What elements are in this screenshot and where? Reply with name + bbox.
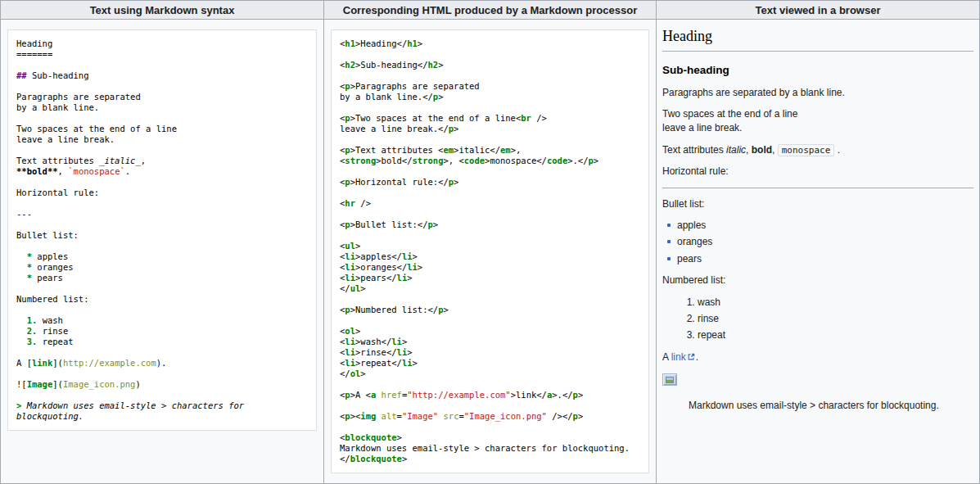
rendered-list-item: pears — [666, 252, 973, 266]
markdown-source-code: Heading=======## Sub-headingParagraphs a… — [7, 29, 317, 431]
rendered-text: A — [662, 351, 671, 363]
code-token: ) — [135, 379, 140, 389]
code-token: Numbered list: — [16, 294, 89, 304]
column-header-browser-label: Text viewed in a browser — [756, 4, 881, 16]
code-token: by a blank line. — [16, 102, 99, 112]
code-line: ## Sub-heading — [16, 70, 308, 81]
code-token: li — [391, 337, 402, 346]
browser-render-cell: HeadingSub-headingParagraphs are separat… — [656, 20, 979, 483]
code-token: >Heading</ — [355, 38, 407, 48]
code-token: > — [578, 390, 583, 400]
code-line — [16, 390, 308, 400]
code-token: >< — [350, 411, 361, 421]
code-line: * pears — [16, 273, 308, 283]
code-line — [340, 294, 640, 305]
code-line: <p>Bullet list:</p> — [340, 219, 640, 230]
code-token: em — [500, 145, 511, 155]
code-token: em — [443, 145, 454, 155]
code-token — [16, 251, 27, 261]
code-token: li — [345, 358, 355, 368]
code-token: >pears</ — [355, 273, 397, 283]
code-token — [16, 273, 27, 283]
rendered-paragraph: Numbered list: — [662, 274, 973, 287]
column-header-html-label: Corresponding HTML produced by a Markdow… — [343, 4, 637, 16]
code-line: Markdown uses email-style > characters f… — [340, 443, 640, 454]
code-line: </ol> — [340, 369, 640, 379]
code-token: blockquote — [345, 432, 396, 442]
code-token: h1 — [345, 38, 355, 48]
code-line: A [link](http://example.com). — [16, 358, 308, 369]
rendered-paragraph: Paragraphs are separated by a blank line… — [662, 86, 973, 100]
code-token: > — [418, 38, 422, 48]
code-token: strong — [345, 156, 376, 165]
code-line — [16, 219, 308, 230]
code-token: li — [345, 337, 355, 346]
rendered-bullet-list: applesorangespears — [666, 219, 973, 266]
code-token: >Horizontal rule:</ — [350, 177, 449, 187]
rendered-list-item: oranges — [666, 235, 973, 249]
code-token: ## — [16, 70, 27, 80]
code-token: >rinse</ — [355, 347, 397, 357]
code-token: >Bullet list:</ — [350, 219, 428, 229]
rendered-heading: Heading — [662, 25, 973, 52]
code-token — [16, 326, 27, 336]
code-token: . — [125, 166, 130, 176]
rendered-monospace-chip: monospace — [778, 144, 835, 156]
rendered-bold-text: bold — [752, 144, 772, 156]
code-token: src — [444, 411, 459, 421]
code-line: Numbered list: — [16, 294, 308, 305]
code-line — [16, 198, 308, 209]
rendered-external-link[interactable]: link — [671, 351, 696, 363]
rendered-paragraph: A link. — [662, 351, 973, 364]
code-token: ). — [156, 358, 167, 368]
code-line: Bullet list: — [16, 230, 308, 241]
code-token: li — [397, 273, 408, 283]
code-token: >, — [511, 145, 522, 155]
code-token: /></ — [547, 411, 573, 421]
code-line — [16, 145, 308, 156]
code-line — [340, 209, 640, 219]
code-line: <strong>bold</strong>, <code>monospace</… — [340, 156, 640, 166]
rendered-blockquote: Markdown uses email-style > characters f… — [689, 399, 973, 413]
code-line: <li>wash</li> — [340, 337, 640, 347]
code-token: Heading — [16, 38, 52, 48]
code-token: link — [32, 358, 52, 368]
code-line — [340, 315, 640, 326]
code-line — [16, 369, 308, 379]
code-line: </ul> — [340, 283, 640, 294]
code-line: **bold**, `monospace`. — [16, 166, 308, 177]
code-token: strong — [413, 156, 444, 165]
code-token: > — [360, 283, 365, 293]
code-line: <p>Two spaces at the end of a line<br /> — [340, 113, 640, 124]
code-line — [340, 70, 640, 81]
code-token: > — [402, 337, 407, 346]
code-token: apples — [32, 251, 68, 261]
rendered-text: , — [746, 144, 752, 156]
code-line — [16, 305, 308, 315]
code-token: Sub-heading — [27, 70, 89, 80]
code-token: Markdown uses email-style > characters f… — [340, 443, 630, 453]
code-token: >Text attributes < — [350, 145, 444, 155]
code-token: >italic</ — [454, 145, 500, 155]
code-token: 2. — [27, 326, 38, 336]
rendered-paragraph: Bullet list: — [662, 197, 973, 211]
code-line: --- — [16, 209, 308, 219]
code-line: Heading — [16, 38, 308, 49]
code-token: li — [345, 273, 355, 283]
code-token: blockquote — [350, 454, 402, 464]
code-line: Paragraphs are separated — [16, 92, 308, 102]
code-token — [16, 315, 27, 325]
code-token: > — [438, 92, 443, 102]
code-line: leave a line break. — [16, 134, 308, 145]
code-token: >link</ — [511, 390, 547, 400]
code-line: 2. rinse — [16, 326, 308, 337]
code-token: Text attributes — [16, 156, 99, 165]
code-token: >oranges</ — [355, 262, 407, 272]
code-line — [340, 400, 640, 411]
code-token: </ — [340, 369, 350, 378]
code-line — [16, 177, 308, 188]
code-token: ul — [350, 283, 361, 293]
code-token: h1 — [407, 38, 418, 48]
code-token: Image — [27, 379, 53, 389]
code-line: by a blank line.</p> — [340, 92, 640, 102]
